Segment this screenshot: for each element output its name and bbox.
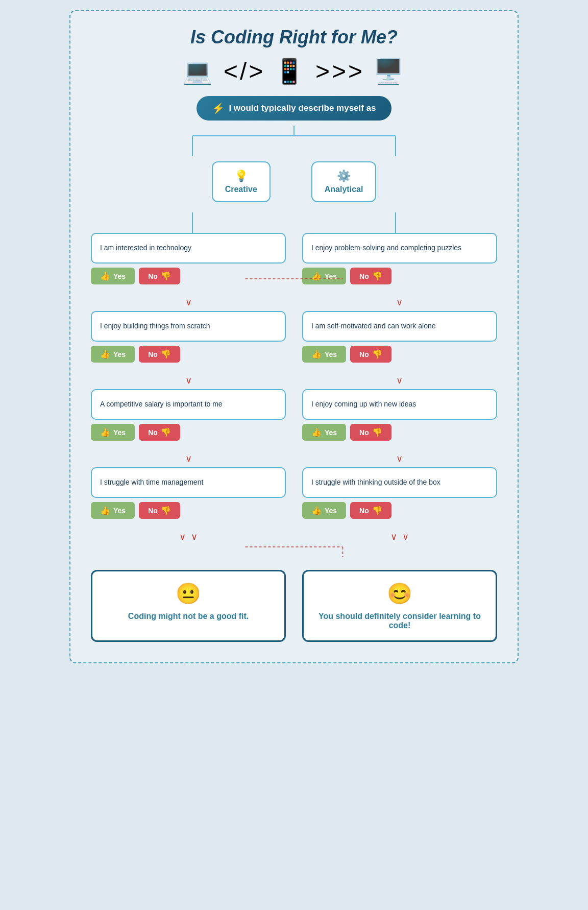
no-right-3[interactable]: No 👎 xyxy=(350,424,391,441)
yes-left-1[interactable]: 👍 Yes xyxy=(91,268,135,284)
arrow-result-right-2: ∨ xyxy=(402,531,409,542)
left-column: I am interested in technology 👍 Yes No 👎… xyxy=(91,233,286,542)
creative-label: Creative xyxy=(225,185,257,194)
q-left-1-text: I am interested in technology xyxy=(100,243,191,253)
no-left-3[interactable]: No 👎 xyxy=(139,424,180,441)
yes-label-r1: Yes xyxy=(325,272,337,280)
no-label-l3: No xyxy=(148,428,158,437)
q-left-2: I enjoy building things from scratch xyxy=(91,311,286,342)
arrow-result-right-1: ∨ xyxy=(390,531,397,542)
analytical-label: Analytical xyxy=(325,185,363,194)
thumbsdown-icon-r2: 👎 xyxy=(372,349,382,359)
bolt-icon: ⚡ xyxy=(212,102,225,114)
analytical-icon: ⚙️ xyxy=(325,170,363,183)
yes-label-r3: Yes xyxy=(325,428,337,437)
yes-label-l4: Yes xyxy=(113,507,126,515)
yes-label-l1: Yes xyxy=(113,272,126,280)
yn-left-3: 👍 Yes No 👎 xyxy=(91,424,286,441)
q-left-3-text: A competitive salary is important to me xyxy=(100,399,223,410)
yes-label-r4: Yes xyxy=(325,507,337,515)
no-right-4[interactable]: No 👎 xyxy=(350,502,391,519)
arrow-result-left-2: ∨ xyxy=(191,531,198,542)
yes-right-2[interactable]: 👍 Yes xyxy=(302,346,346,363)
page: Is Coding Right for Me? 💻 </> 📱 >>> 🖥️ ⚡… xyxy=(69,10,519,663)
arrow-left-1: ∨ xyxy=(91,297,286,308)
result-arrows-right: ∨ ∨ xyxy=(302,531,497,542)
no-right-1[interactable]: No 👎 xyxy=(350,268,391,284)
yes-right-3[interactable]: 👍 Yes xyxy=(302,424,346,441)
yes-left-4[interactable]: 👍 Yes xyxy=(91,502,135,519)
q-right-2-text: I am self-motivated and can work alone xyxy=(311,321,436,331)
root-pill: ⚡ I would typically describe myself as xyxy=(197,96,391,121)
arrow-right-1: ∨ xyxy=(302,297,497,308)
no-left-2[interactable]: No 👎 xyxy=(139,346,180,363)
yes-label-l2: Yes xyxy=(113,350,126,358)
no-label-r2: No xyxy=(359,350,369,358)
thumbsdown-icon-r4: 👎 xyxy=(372,506,382,515)
yes-left-2[interactable]: 👍 Yes xyxy=(91,346,135,363)
arrow-right-3: ∨ xyxy=(302,453,497,464)
yes-label-r2: Yes xyxy=(325,350,337,358)
thumbsup-icon: 👍 xyxy=(100,271,110,281)
emoji-good: 😊 xyxy=(314,582,485,606)
q-left-1: I am interested in technology xyxy=(91,233,286,264)
choice-analytical[interactable]: ⚙️ Analytical xyxy=(311,161,377,202)
right-column: I enjoy problem-solving and completing p… xyxy=(302,233,497,542)
q-left-2-text: I enjoy building things from scratch xyxy=(100,321,210,331)
yes-right-4[interactable]: 👍 Yes xyxy=(302,502,346,519)
no-left-4[interactable]: No 👎 xyxy=(139,502,180,519)
no-label-r4: No xyxy=(359,507,369,515)
q-left-4-text: I struggle with time management xyxy=(100,477,203,488)
root-branch-connector xyxy=(91,126,497,156)
thumbsup-icon-r2: 👍 xyxy=(311,349,322,359)
header-illustration: 💻 </> 📱 >>> 🖥️ xyxy=(91,57,497,86)
q-right-3-text: I enjoy coming up with new ideas xyxy=(311,399,416,410)
thumbsup-icon-r1: 👍 xyxy=(311,271,322,281)
arrow-result-left-1: ∨ xyxy=(179,531,186,542)
thumbsup-icon-l3: 👍 xyxy=(100,427,110,437)
root-branch-svg xyxy=(91,126,497,156)
no-left-1[interactable]: No 👎 xyxy=(139,268,180,284)
q-right-2: I am self-motivated and can work alone xyxy=(302,311,497,342)
cross-connectors-visual xyxy=(91,544,497,560)
q-left-4: I struggle with time management xyxy=(91,467,286,498)
result-box-good: 😊 You should definitely consider learnin… xyxy=(302,570,497,642)
q-left-3: A competitive salary is important to me xyxy=(91,389,286,420)
no-label-l4: No xyxy=(148,507,158,515)
result-text-good: You should definitely consider learning … xyxy=(314,612,485,630)
yn-right-1: 👍 Yes No 👎 xyxy=(302,268,497,284)
page-title: Is Coding Right for Me? xyxy=(91,27,497,48)
yn-left-1: 👍 Yes No 👎 xyxy=(91,268,286,284)
q-right-4-text: I struggle with thinking outside of the … xyxy=(311,477,440,488)
choice-creative[interactable]: 💡 Creative xyxy=(212,161,271,202)
yes-left-3[interactable]: 👍 Yes xyxy=(91,424,135,441)
no-label-r3: No xyxy=(359,428,369,437)
thumbsup-icon-r4: 👍 xyxy=(311,506,322,515)
choice-branch-svg xyxy=(91,212,497,233)
q-right-1: I enjoy problem-solving and completing p… xyxy=(302,233,497,264)
result-row: 😐 Coding might not be a good fit. 😊 You … xyxy=(91,570,497,642)
creative-icon: 💡 xyxy=(225,170,257,183)
yes-right-1[interactable]: 👍 Yes xyxy=(302,268,346,284)
yn-left-2: 👍 Yes No 👎 xyxy=(91,346,286,363)
q-right-3: I enjoy coming up with new ideas xyxy=(302,389,497,420)
result-box-bad: 😐 Coding might not be a good fit. xyxy=(91,570,286,642)
no-label-l2: No xyxy=(148,350,158,358)
thumbsup-icon-l4: 👍 xyxy=(100,506,110,515)
arrow-right-2: ∨ xyxy=(302,375,497,386)
emoji-bad: 😐 xyxy=(103,582,274,606)
yn-left-4: 👍 Yes No 👎 xyxy=(91,502,286,519)
thumbsdown-icon-r1: 👎 xyxy=(372,271,382,281)
yes-label-l3: Yes xyxy=(113,428,126,437)
choice-row: 💡 Creative ⚙️ Analytical xyxy=(91,161,497,202)
no-right-2[interactable]: No 👎 xyxy=(350,346,391,363)
no-label-l1: No xyxy=(148,272,158,280)
no-label-r1: No xyxy=(359,272,369,280)
cross-svg xyxy=(91,544,497,560)
thumbsup-icon-r3: 👍 xyxy=(311,427,322,437)
thumbsup-icon-l2: 👍 xyxy=(100,349,110,359)
thumbsdown-icon: 👎 xyxy=(161,271,171,281)
two-column-layout: I am interested in technology 👍 Yes No 👎… xyxy=(91,233,497,542)
thumbsdown-icon-r3: 👎 xyxy=(372,427,382,437)
q-right-1-text: I enjoy problem-solving and completing p… xyxy=(311,243,461,253)
